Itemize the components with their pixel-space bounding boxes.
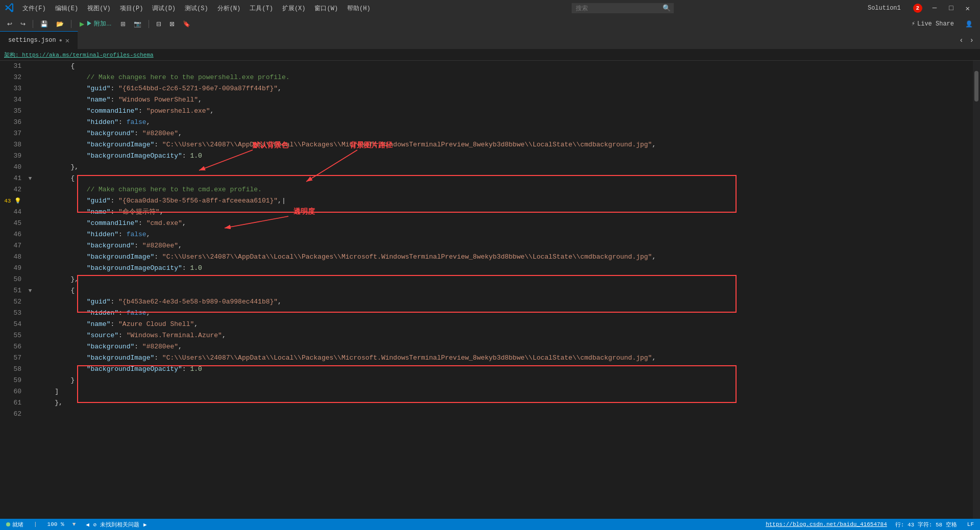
tab-bar: settings.json ● ✕ ‹ › (0, 32, 980, 49)
cursor-position: 行: 43 字符: 58 空格 (893, 521, 959, 528)
editor-content[interactable]: { // Make changes here to the powershell… (35, 61, 973, 519)
notification-badge[interactable]: 2 (913, 4, 922, 13)
toolbar-open[interactable]: 📂 (53, 19, 67, 29)
title-bar: 文件(F) 编辑(E) 视图(V) 项目(P) 调试(D) 测试(S) 分析(N… (0, 0, 980, 16)
scrollbar-thumb[interactable] (974, 71, 978, 102)
line-number-44: 44 (4, 207, 21, 218)
line-number-55: 55 (4, 330, 21, 341)
line-number-54: 54 (4, 319, 21, 330)
minimize-button[interactable]: ─ (926, 2, 943, 15)
fold-marker-50 (26, 274, 35, 285)
menu-project[interactable]: 项目(P) (116, 2, 148, 15)
line-numbers: 31323334353637383940414243 💡444546474849… (0, 61, 26, 519)
tab-chevron-right[interactable]: › (968, 35, 976, 45)
fold-marker-36 (26, 117, 35, 128)
code-line-38: "backgroundImage": "C:\\Users\\24087\\Ap… (39, 139, 969, 150)
maximize-button[interactable]: □ (943, 2, 959, 15)
scroll-right-icon[interactable]: ▶ (143, 521, 147, 528)
toolbar-indent[interactable]: ⊠ (166, 19, 178, 29)
close-button[interactable]: ✕ (960, 2, 976, 15)
line-number-32: 32 (4, 72, 21, 83)
menu-edit[interactable]: 编辑(E) (51, 2, 83, 15)
fold-marker-61 (26, 397, 35, 409)
line-number-34: 34 (4, 94, 21, 106)
line-number-36: 36 (4, 117, 21, 128)
code-line-36: "hidden": false, (39, 117, 969, 128)
code-line-40: }, (39, 162, 969, 173)
tab-settings-json[interactable]: settings.json ● ✕ (0, 31, 78, 49)
tab-chevron-left[interactable]: ‹ (957, 35, 965, 45)
code-line-31: { (39, 61, 969, 72)
tab-close-button[interactable]: ✕ (65, 36, 69, 45)
line-number-48: 48 (4, 251, 21, 263)
code-line-35: "commandline": "powershell.exe", (39, 106, 969, 117)
toolbar-account[interactable]: 👤 (962, 19, 976, 29)
line-number-62: 62 (4, 409, 21, 420)
code-line-45: "commandline": "cmd.exe", (39, 218, 969, 229)
breadcrumb-link[interactable]: 架构: https://aka.ms/terminal-profiles-sch… (4, 51, 154, 59)
status-right: https://blog.csdn.net/baidu_41654784 行: … (766, 521, 976, 528)
line-number-46: 46 (4, 229, 21, 240)
menu-bar: 文件(F) 编辑(E) 视图(V) 项目(P) 调试(D) 测试(S) 分析(N… (18, 2, 375, 15)
run-button[interactable]: ▶ ▶ 附加... (76, 18, 115, 29)
status-ready: 就绪 (4, 521, 26, 528)
fold-marker-53 (26, 308, 35, 319)
line-number-49: 49 (4, 263, 21, 274)
menu-analyze[interactable]: 分析(N) (213, 2, 245, 15)
code-line-42: // Make changes here to the cmd.exe prof… (39, 184, 969, 195)
menu-view[interactable]: 视图(V) (83, 2, 115, 15)
toolbar-bookmark[interactable]: 🔖 (180, 19, 193, 29)
zoom-level[interactable]: 100 % (45, 521, 66, 527)
main-editor-area: 31323334353637383940414243 💡444546474849… (0, 61, 980, 519)
live-share-icon: ⚡ (912, 20, 915, 28)
toolbar-undo[interactable]: ↩ (4, 19, 15, 29)
status-url[interactable]: https://blog.csdn.net/baidu_41654784 (766, 521, 887, 527)
menu-test[interactable]: 测试(S) (181, 2, 212, 15)
tab-label: settings.json (8, 37, 56, 44)
toolbar-sep1 (33, 20, 33, 28)
menu-debug[interactable]: 调试(D) (148, 2, 180, 15)
search-icon: 🔍 (663, 4, 671, 12)
menu-extensions[interactable]: 扩展(X) (278, 2, 310, 15)
line-number-37: 37 (4, 128, 21, 139)
status-text: 就绪 (12, 521, 23, 528)
status-scroll-left: ◀ ⊘ 未找到相关问题 ▶ (86, 521, 146, 528)
code-line-32: // Make changes here to the powershell.e… (39, 72, 969, 83)
menu-tools[interactable]: 工具(T) (246, 2, 277, 15)
fold-marker-43 (26, 195, 35, 207)
code-line-44: "name": "命令提示符", (39, 207, 969, 218)
line-number-38: 38 (4, 139, 21, 150)
toolbar-attach[interactable]: ⊞ (117, 19, 129, 29)
toolbar-redo[interactable]: ↪ (17, 19, 29, 29)
title-bar-right: Solution1 2 ─ □ ✕ (868, 2, 976, 15)
toolbar-format[interactable]: ⊟ (153, 19, 164, 29)
code-line-48: "backgroundImage": "C:\\Users\\24087\\Ap… (39, 251, 969, 263)
fold-marker-42 (26, 184, 35, 195)
fold-gutter: ▼▼ (26, 61, 35, 519)
fold-marker-59 (26, 375, 35, 386)
menu-file[interactable]: 文件(F) (18, 2, 50, 15)
code-line-33: "guid": "{61c54bbd-c2c6-5271-96e7-009a87… (39, 83, 969, 94)
fold-marker-57 (26, 352, 35, 364)
breadcrumb-bar: 架构: https://aka.ms/terminal-profiles-sch… (0, 49, 980, 61)
code-line-54: "name": "Azure Cloud Shell", (39, 319, 969, 330)
toolbar: ↩ ↪ 💾 📂 ▶ ▶ 附加... ⊞ 📷 ⊟ ⊠ 🔖 ⚡ Live Share… (0, 16, 980, 32)
scroll-left-icon[interactable]: ◀ (86, 521, 89, 528)
code-line-51: { (39, 285, 969, 296)
line-number-61: 61 (4, 397, 21, 409)
toolbar-camera[interactable]: 📷 (131, 19, 144, 29)
fold-marker-41[interactable]: ▼ (26, 173, 35, 184)
line-number-57: 57 (4, 352, 21, 364)
solution-name: Solution1 (868, 5, 901, 12)
menu-window[interactable]: 窗口(W) (310, 2, 342, 15)
toolbar-save[interactable]: 💾 (37, 19, 51, 29)
fold-marker-34 (26, 94, 35, 106)
code-line-37: "background": "#8280ee", (39, 128, 969, 139)
menu-help[interactable]: 帮助(H) (343, 2, 375, 15)
code-line-59: } (39, 375, 969, 386)
line-number-58: 58 (4, 364, 21, 375)
fold-marker-51[interactable]: ▼ (26, 285, 35, 296)
scrollbar[interactable] (973, 61, 980, 519)
search-input[interactable] (572, 3, 674, 13)
live-share-button[interactable]: ⚡ Live Share (908, 19, 958, 29)
